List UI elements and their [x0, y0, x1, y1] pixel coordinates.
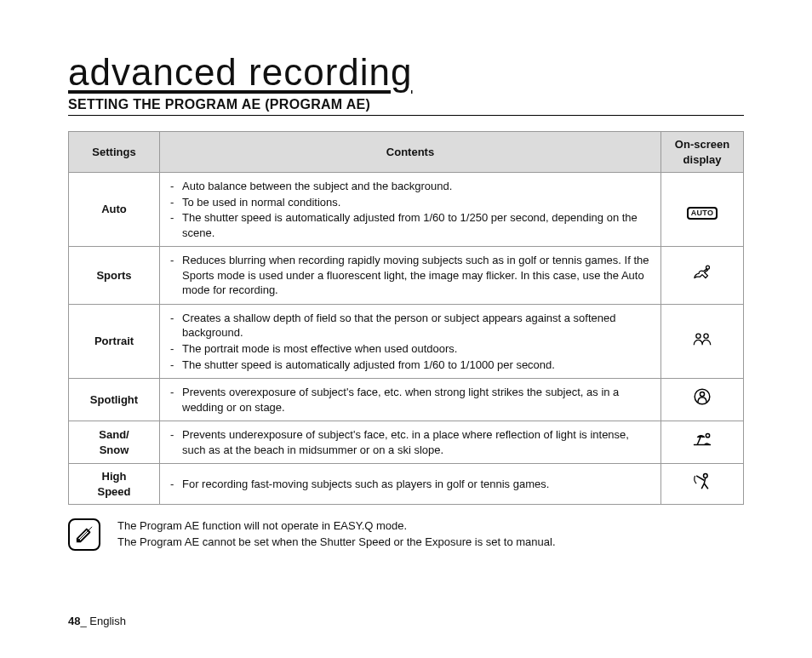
spotlight-person-icon — [691, 387, 713, 406]
note-line: The Program AE cannot be set when the Sh… — [117, 535, 556, 551]
setting-spotlight-icon — [661, 379, 744, 421]
running-icon — [691, 263, 713, 282]
setting-portrait-contents: Creates a shallow depth of field so that… — [160, 304, 661, 378]
note-line: The Program AE function will not operate… — [117, 518, 556, 535]
setting-highspeed-contents: For recording fast-moving subjects such … — [160, 464, 661, 505]
setting-portrait-icon — [661, 304, 744, 378]
row-portrait: Portrait Creates a shallow depth of fiel… — [69, 304, 744, 378]
row-sports: Sports Reduces blurring when recording r… — [69, 247, 744, 305]
footer-lang: English — [89, 615, 126, 627]
list-item: Prevents overexposure of subject's face,… — [167, 385, 654, 415]
setting-sandsnow-icon — [661, 421, 744, 464]
setting-sports-icon — [661, 247, 744, 305]
setting-sports-label: Sports — [69, 247, 160, 305]
svg-point-5 — [706, 434, 709, 438]
pencil-note-icon — [75, 525, 94, 544]
setting-highspeed-label: High Speed — [69, 464, 160, 505]
golf-swing-icon — [691, 472, 713, 490]
list-item: The shutter speed is automatically adjus… — [167, 358, 654, 373]
setting-auto-contents: Auto balance between the subject and the… — [160, 173, 661, 247]
list-item: The shutter speed is automatically adjus… — [167, 210, 654, 240]
svg-point-6 — [704, 474, 708, 478]
note-block: The Program AE function will not operate… — [68, 518, 744, 551]
manual-page: advanced recording SETTING THE PROGRAM A… — [0, 0, 812, 658]
header-display: On-screen display — [661, 132, 744, 173]
setting-auto-label: Auto — [69, 173, 160, 247]
footer-sep: _ — [80, 615, 89, 627]
setting-portrait-label: Portrait — [69, 304, 160, 378]
page-title: advanced recording — [68, 51, 744, 94]
list-item: Creates a shallow depth of field so that… — [167, 311, 654, 340]
list-item: To be used in normal conditions. — [167, 195, 654, 210]
row-sandsnow: Sand/ Snow Prevents underexposure of sub… — [69, 421, 744, 464]
list-item: Auto balance between the subject and the… — [167, 179, 654, 194]
page-number: 48 — [68, 615, 80, 627]
setting-sports-contents: Reduces blurring when recording rapidly … — [160, 247, 661, 305]
list-item: Reduces blurring when recording rapidly … — [167, 253, 654, 298]
page-footer: 48_ English — [68, 615, 126, 627]
svg-point-0 — [706, 266, 710, 269]
header-settings: Settings — [69, 132, 160, 173]
list-item: The portrait mode is most effective when… — [167, 341, 654, 357]
header-contents: Contents — [160, 132, 661, 173]
setting-sandsnow-label: Sand/ Snow — [69, 421, 160, 464]
people-icon — [691, 329, 713, 348]
beach-icon — [691, 430, 713, 449]
list-item: For recording fast-moving subjects such … — [167, 477, 654, 492]
setting-sandsnow-contents: Prevents underexposure of subject's face… — [160, 421, 661, 464]
row-auto: Auto Auto balance between the subject an… — [69, 173, 744, 247]
auto-mode-icon: AUTO — [687, 207, 718, 220]
note-text: The Program AE function will not operate… — [117, 518, 556, 551]
svg-point-2 — [704, 334, 708, 338]
program-ae-table: Settings Contents On-screen display Auto… — [68, 131, 744, 505]
setting-auto-icon: AUTO — [661, 173, 744, 247]
note-icon — [68, 518, 100, 551]
setting-highspeed-icon — [661, 464, 744, 505]
svg-point-1 — [696, 334, 700, 338]
setting-spotlight-label: Spotlight — [69, 379, 160, 421]
section-heading: SETTING THE PROGRAM AE (PROGRAM AE) — [68, 97, 744, 116]
list-item: Prevents underexposure of subject's face… — [167, 427, 654, 457]
row-spotlight: Spotlight Prevents overexposure of subje… — [69, 379, 744, 421]
setting-spotlight-contents: Prevents overexposure of subject's face,… — [160, 379, 661, 421]
row-highspeed: High Speed For recording fast-moving sub… — [69, 464, 744, 505]
svg-point-4 — [700, 392, 704, 397]
